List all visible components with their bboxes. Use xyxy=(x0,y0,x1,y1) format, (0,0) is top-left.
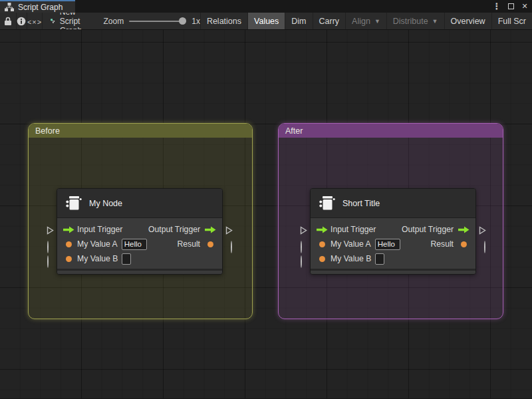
graph-toolbar: New Script Graph Zoom 1x Relations Value… xyxy=(0,13,532,30)
node-row-value-a: My Value A Result xyxy=(311,237,475,251)
graph-breadcrumb: New Script Graph xyxy=(43,13,94,29)
node-row-trigger: Input Trigger Output Trigger xyxy=(57,222,222,237)
unit-node-icon xyxy=(319,196,336,211)
close-icon[interactable] xyxy=(521,2,529,11)
unity-script-graph-window: Script Graph xyxy=(0,0,532,399)
external-value-port[interactable] xyxy=(301,256,302,268)
node-title: My Node xyxy=(89,199,122,208)
value-a-input[interactable] xyxy=(122,239,147,250)
node-row-trigger: Input Trigger Output Trigger xyxy=(311,222,475,237)
hierarchy-icon xyxy=(5,3,14,11)
external-value-port[interactable] xyxy=(47,241,49,253)
value-a-input[interactable] xyxy=(375,239,400,250)
carry-button[interactable]: Carry xyxy=(313,13,346,29)
kebab-menu-icon[interactable] xyxy=(493,2,501,11)
node-body: Input Trigger Output Trigger My Value A … xyxy=(311,218,475,269)
node-title: Short Title xyxy=(342,199,380,208)
node-footer xyxy=(57,269,222,274)
node-my-node-header[interactable]: My Node xyxy=(57,189,222,218)
flow-input-port[interactable] xyxy=(63,226,75,233)
node-row-value-a: My Value A Result xyxy=(57,237,222,251)
value-output-port[interactable] xyxy=(458,241,470,247)
zoom-control: Zoom 1x xyxy=(104,13,200,29)
node-short-title-header[interactable]: Short Title xyxy=(311,189,475,218)
chevron-down-icon: ▼ xyxy=(432,18,438,25)
script-graph-asset-icon xyxy=(51,16,55,26)
graph-name: New Script Graph xyxy=(60,13,88,30)
external-value-port[interactable] xyxy=(301,241,302,253)
value-input-port[interactable] xyxy=(63,256,75,262)
external-flow-port[interactable] xyxy=(300,225,307,237)
zoom-slider-track[interactable] xyxy=(129,21,186,22)
code-icon xyxy=(27,15,42,27)
zoom-slider-handle[interactable] xyxy=(179,17,186,25)
window-controls xyxy=(493,0,529,13)
info-button[interactable] xyxy=(17,13,27,29)
external-value-port[interactable] xyxy=(484,241,485,253)
node-body: Input Trigger Output Trigger My Value A … xyxy=(57,218,222,269)
unit-node-icon xyxy=(65,196,82,211)
maximize-icon[interactable] xyxy=(507,2,515,11)
tab-bar: Script Graph xyxy=(0,0,532,13)
value-input-port[interactable] xyxy=(63,241,75,247)
distribute-dropdown[interactable]: Distribute ▼ xyxy=(386,13,444,29)
external-flow-port[interactable] xyxy=(225,225,233,237)
external-value-port[interactable] xyxy=(231,241,232,253)
dim-button[interactable]: Dim xyxy=(285,13,312,29)
tab-script-graph[interactable]: Script Graph xyxy=(0,0,75,13)
group-after-header[interactable]: After xyxy=(279,124,503,138)
relations-button[interactable]: Relations xyxy=(200,13,247,29)
value-b-input[interactable] xyxy=(122,253,131,265)
flow-input-port[interactable] xyxy=(316,226,329,233)
zoom-label: Zoom xyxy=(104,17,124,26)
info-icon xyxy=(17,17,26,26)
group-before-title: Before xyxy=(35,126,60,136)
lock-icon xyxy=(4,17,12,26)
chevron-down-icon: ▼ xyxy=(374,18,380,25)
value-input-port[interactable] xyxy=(316,256,329,262)
node-row-value-b: My Value B xyxy=(311,251,475,266)
external-flow-port[interactable] xyxy=(479,225,486,237)
graph-canvas[interactable]: Before After My Node xyxy=(0,30,532,398)
value-output-port[interactable] xyxy=(204,241,217,247)
node-my-node[interactable]: My Node Input Trigger Output Trigger xyxy=(57,188,223,275)
overview-button[interactable]: Overview xyxy=(444,13,491,29)
values-button[interactable]: Values xyxy=(247,13,285,29)
zoom-value: 1x xyxy=(192,17,200,26)
tab-title: Script Graph xyxy=(18,3,63,12)
zoom-slider[interactable] xyxy=(129,17,186,26)
full-screen-button[interactable]: Full Scr xyxy=(491,13,532,29)
node-short-title[interactable]: Short Title Input Trigger Output Trigger xyxy=(310,188,476,275)
value-b-input[interactable] xyxy=(375,253,384,265)
lock-button[interactable] xyxy=(0,13,17,29)
flow-output-port[interactable] xyxy=(204,226,217,233)
group-before-header[interactable]: Before xyxy=(29,124,252,138)
group-after-title: After xyxy=(285,126,303,136)
align-dropdown[interactable]: Align ▼ xyxy=(345,13,386,29)
code-button[interactable] xyxy=(27,13,43,29)
node-row-value-b: My Value B xyxy=(57,251,222,266)
external-value-port[interactable] xyxy=(47,256,49,268)
node-footer xyxy=(311,269,475,274)
flow-output-port[interactable] xyxy=(458,226,470,233)
value-input-port[interactable] xyxy=(316,241,329,247)
external-flow-port[interactable] xyxy=(47,225,54,237)
